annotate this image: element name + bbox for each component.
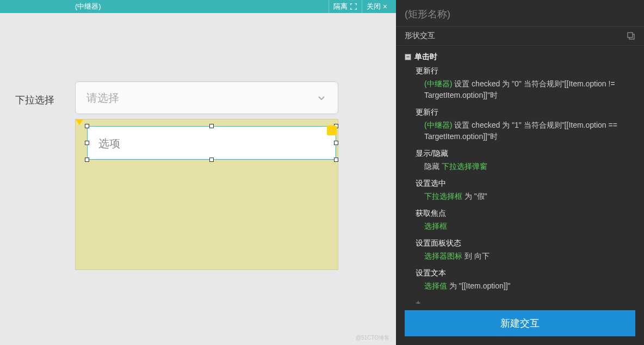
action-detail[interactable]: 选择器图标 到 向下	[405, 249, 635, 266]
resize-handle[interactable]	[334, 158, 338, 162]
chevron-down-icon	[316, 92, 327, 103]
isolate-button[interactable]: 隔离	[329, 0, 362, 13]
action-set-panel-state[interactable]: 设置面板状态	[405, 236, 635, 249]
action-set-selected[interactable]: 设置选中	[405, 177, 635, 190]
action-set-text[interactable]: 设置文本	[405, 266, 635, 279]
resize-handle[interactable]	[85, 141, 89, 145]
canvas-body[interactable]: 下拉选择 请选择 选项 ⚡ @51CTO博客	[0, 13, 396, 345]
action-focus[interactable]: 获取焦点	[405, 206, 635, 219]
canvas-area: (中继器) 隔离 关闭 × 下拉选择 请选择 选项	[0, 0, 396, 345]
option-item-selected[interactable]: 选项 ⚡	[87, 126, 336, 160]
inspector-title[interactable]: (矩形名称)	[396, 0, 644, 26]
action-update-row[interactable]: 更新行	[405, 64, 635, 77]
action-detail[interactable]: 隐藏 下拉选择弹窗	[405, 160, 635, 177]
interaction-list: – 单击时 更新行 (中继器) 设置 checked 为 "0" 当符合规则"[…	[396, 46, 644, 304]
resize-handle[interactable]	[85, 124, 89, 128]
resize-handle[interactable]	[209, 158, 214, 162]
canvas-title: (中继器)	[75, 2, 101, 11]
event-onclick[interactable]: – 单击时	[405, 50, 635, 64]
action-detail[interactable]: (中继器) 设置 checked 为 "1" 当符合规则"[[Item.opti…	[405, 118, 635, 147]
action-detail[interactable]: (中继器) 设置 checked 为 "0" 当符合规则"[[Item.opti…	[405, 77, 635, 105]
collapse-icon[interactable]: –	[405, 54, 411, 60]
inspector-panel: (矩形名称) 形状交互 – 单击时 更新行 (中继器) 设置 checked 为…	[396, 0, 644, 345]
interaction-settings-icon[interactable]	[627, 32, 635, 40]
action-detail[interactable]: 下拉选择框 为 "假"	[405, 190, 635, 206]
watermark: @51CTO博客	[356, 334, 389, 342]
action-show-hide[interactable]: 显示/隐藏	[405, 147, 635, 160]
section-shape-interaction[interactable]: 形状交互	[396, 26, 644, 46]
close-icon: ×	[383, 2, 387, 11]
action-detail[interactable]: 选择框	[405, 219, 635, 236]
canvas-header: (中继器) 隔离 关闭 ×	[0, 0, 396, 13]
isolate-icon	[350, 3, 357, 10]
resize-handle[interactable]	[85, 158, 89, 162]
event-label: 单击时	[414, 52, 437, 62]
close-label: 关闭	[367, 2, 381, 11]
section-label: 形状交互	[405, 31, 435, 41]
isolate-label: 隔离	[333, 2, 348, 11]
option-text: 选项	[98, 136, 120, 151]
dropdown-widget[interactable]: 请选择	[75, 81, 338, 114]
action-update-row[interactable]: 更新行	[405, 105, 635, 118]
svg-rect-0	[628, 33, 633, 37]
add-action-button[interactable]: +	[405, 296, 635, 304]
resize-handle[interactable]	[334, 141, 338, 145]
interaction-indicator-icon[interactable]: ⚡	[327, 126, 337, 135]
dropdown-label: 下拉选择	[15, 93, 54, 106]
close-button[interactable]: 关闭 ×	[362, 0, 392, 13]
resize-handle[interactable]	[209, 124, 214, 128]
create-interaction-button[interactable]: 新建交互	[405, 310, 635, 336]
action-detail[interactable]: 选择值 为 "[[Item.option]]"	[405, 279, 635, 296]
dropdown-placeholder: 请选择	[86, 91, 119, 105]
